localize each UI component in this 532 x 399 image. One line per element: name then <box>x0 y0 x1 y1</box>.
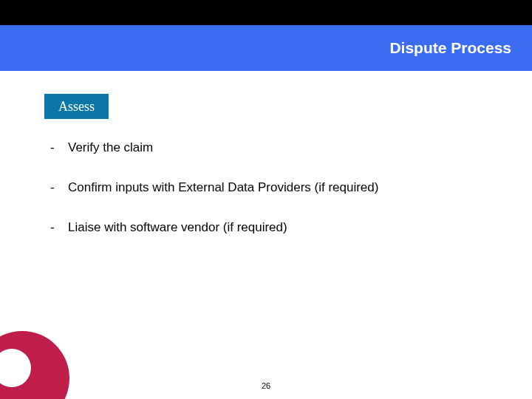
bullet-dash: - <box>50 220 68 235</box>
title-bar: Dispute Process <box>0 25 532 71</box>
section-label: Assess <box>58 99 95 115</box>
slide-title: Dispute Process <box>389 39 511 57</box>
bullet-text: Confirm inputs with External Data Provid… <box>68 180 378 195</box>
list-item: -Verify the claim <box>50 140 479 155</box>
list-item: -Liaise with software vendor (if require… <box>50 220 479 235</box>
slide: Dispute Process Assess -Verify the claim… <box>0 0 532 399</box>
bullet-dash: - <box>50 180 68 195</box>
bullet-text: Verify the claim <box>68 140 153 155</box>
bullet-list: -Verify the claim -Confirm inputs with E… <box>50 140 479 260</box>
top-black-bar <box>0 0 532 25</box>
page-number: 26 <box>0 381 532 390</box>
section-tab: Assess <box>44 94 109 119</box>
bullet-dash: - <box>50 140 68 155</box>
list-item: -Confirm inputs with External Data Provi… <box>50 180 479 195</box>
bullet-text: Liaise with software vendor (if required… <box>68 220 287 235</box>
